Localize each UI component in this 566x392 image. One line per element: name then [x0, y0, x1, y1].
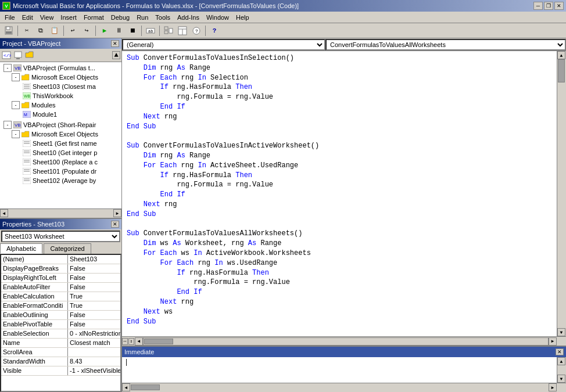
minimize-button[interactable]: ─ [533, 2, 543, 10]
prop-value-9[interactable]: Closest match [68, 339, 120, 347]
immediate-body[interactable]: | [122, 357, 557, 383]
prop-row-displayrighttoleft[interactable]: DisplayRightToLeft False [1, 274, 120, 283]
menu-debug[interactable]: Debug [108, 13, 133, 22]
prop-row-displaypagebreaks[interactable]: DisplayPageBreaks False [1, 264, 120, 274]
prop-value-0[interactable]: Sheet103 [68, 255, 120, 264]
prop-value-6[interactable]: False [68, 311, 120, 319]
prop-value-12[interactable]: -1 - xlSheetVisible [68, 366, 120, 375]
prop-row-enablepivottable[interactable]: EnablePivotTable False [1, 320, 120, 329]
tb-cut[interactable]: ✂ [20, 24, 33, 37]
close-button[interactable]: ✕ [554, 2, 564, 10]
prop-row-scrollarea[interactable]: ScrollArea [1, 348, 120, 357]
prop-row-enableautofilter[interactable]: EnableAutoFilter False [1, 283, 120, 292]
prop-value-11[interactable]: 8.43 [68, 357, 120, 366]
menu-edit[interactable]: Edit [19, 13, 37, 22]
menu-addins[interactable]: Add-Ins [174, 13, 203, 22]
tb-design[interactable]: ab [144, 24, 157, 37]
tree-thisworkbook[interactable]: WB ThisWorkbook [1, 91, 120, 100]
procedure-dropdown[interactable]: ConvertFormulasToValuesAllWorksheets [325, 39, 566, 51]
tree-modules[interactable]: - Modules [1, 100, 120, 110]
tree-module1[interactable]: M Module1 [1, 110, 120, 119]
vscroll-up[interactable]: ▲ [557, 51, 565, 59]
tb-paste[interactable]: 📋 [48, 24, 61, 37]
project-hscroll[interactable]: ◄ ► [0, 208, 121, 218]
prop-value-2[interactable]: False [68, 274, 120, 282]
menu-format[interactable]: Format [80, 13, 108, 22]
tree-vbaproject-main[interactable]: - VB VBAProject (Formulas t... [1, 63, 120, 73]
prop-row-visible[interactable]: Visible -1 - xlSheetVisible [1, 366, 120, 376]
immediate-close[interactable]: ✕ [556, 348, 564, 355]
prop-value-10[interactable] [68, 348, 120, 357]
split-h-btn[interactable]: ⇕ [128, 338, 134, 345]
tree-sheet103[interactable]: Sheet103 (Closest ma [1, 82, 120, 91]
view-object-btn[interactable] [13, 50, 23, 60]
tree-sheet102[interactable]: Sheet102 (Average by [1, 176, 120, 185]
tree-sheet101[interactable]: Sheet101 (Populate dr [1, 167, 120, 176]
hscroll-left[interactable]: ◄ [0, 209, 8, 217]
vscroll-down[interactable]: ▼ [557, 328, 565, 336]
expand-excel-objects[interactable]: - [12, 73, 20, 81]
properties-close[interactable]: ✕ [111, 221, 119, 228]
menu-tools[interactable]: Tools [152, 13, 174, 22]
prop-value-3[interactable]: False [68, 283, 120, 292]
general-dropdown[interactable]: (General) [122, 39, 325, 51]
vscroll-thumb[interactable] [558, 59, 565, 82]
expand-vbaproject[interactable]: - [3, 64, 12, 72]
project-scroll-up[interactable]: ▲ [112, 51, 120, 59]
prop-row-enableselection[interactable]: EnableSelection 0 - xlNoRestrictions [1, 329, 120, 339]
tree-sheet10[interactable]: Sheet10 (Get integer p [1, 148, 120, 157]
immediate-vscroll[interactable]: ▲ ▼ [557, 357, 566, 383]
prop-row-enableformatconditi[interactable]: EnableFormatConditi True [1, 301, 120, 311]
expand-modules[interactable]: - [12, 101, 20, 109]
tb-break[interactable]: ⏸ [112, 24, 125, 37]
expand-short[interactable]: - [3, 121, 12, 129]
menu-insert[interactable]: Insert [57, 13, 80, 22]
tb-save[interactable] [2, 24, 15, 37]
menu-view[interactable]: View [37, 13, 58, 22]
tree-excel-objects-2[interactable]: - Microsoft Excel Objects [1, 130, 120, 139]
tree-sheet1[interactable]: Sheet1 (Get first name [1, 139, 120, 148]
tree-vbaproject-short[interactable]: - VB VBAProject (Short-Repair [1, 120, 120, 130]
prop-value-7[interactable]: False [68, 320, 120, 329]
code-vscroll[interactable]: ▲ ▼ [557, 51, 566, 336]
prop-value-1[interactable]: False [68, 264, 120, 273]
tab-alphabetic[interactable]: Alphabetic [0, 243, 42, 254]
imm-hscroll-right[interactable]: ► [549, 383, 557, 391]
hscroll-thumb-code[interactable] [144, 339, 173, 344]
prop-row-enableoutlining[interactable]: EnableOutlining False [1, 311, 120, 320]
prop-row-enablecalculation[interactable]: EnableCalculation True [1, 292, 120, 301]
imm-hscroll-left[interactable]: ◄ [122, 383, 130, 391]
tab-categorized[interactable]: Categorized [44, 243, 91, 254]
menu-file[interactable]: File [1, 13, 19, 22]
tb-reset[interactable]: ⏹ [126, 24, 139, 37]
menu-window[interactable]: Window [203, 13, 232, 22]
hscroll-left-btn[interactable]: ◄ [135, 337, 143, 346]
title-bar-controls[interactable]: ─ ❐ ✕ [533, 2, 564, 10]
tb-properties[interactable] [176, 24, 189, 37]
imm-vscroll-down[interactable]: ▼ [557, 375, 565, 383]
expand-excel-2[interactable]: - [12, 130, 20, 138]
restore-button[interactable]: ❐ [544, 2, 553, 10]
project-tree[interactable]: - VB VBAProject (Formulas t... - Microso… [0, 62, 121, 208]
prop-row-standardwidth[interactable]: StandardWidth 8.43 [1, 357, 120, 366]
tb-objectbrowser[interactable]: ? [190, 24, 203, 37]
prop-value-8[interactable]: 0 - xlNoRestrictions [68, 329, 120, 338]
prop-value-5[interactable]: True [68, 301, 120, 310]
props-object-select[interactable]: Sheet103 Worksheet [1, 231, 120, 242]
tb-redo[interactable]: ↪ [80, 24, 93, 37]
tb-run[interactable]: ▶ [98, 24, 111, 37]
imm-vscroll-up[interactable]: ▲ [557, 357, 565, 365]
imm-hscroll-thumb[interactable] [131, 384, 160, 390]
menu-help[interactable]: Help [232, 13, 253, 22]
tree-excel-objects[interactable]: - Microsoft Excel Objects [1, 73, 120, 82]
menu-run[interactable]: Run [133, 13, 152, 22]
prop-row-name[interactable]: (Name) Sheet103 [1, 255, 120, 264]
tb-help[interactable]: ? [208, 24, 221, 37]
tb-project[interactable] [162, 24, 175, 37]
tb-copy[interactable]: ⧉ [34, 24, 47, 37]
code-editor[interactable]: Sub ConvertFormulasToValuesInSelection()… [122, 51, 557, 336]
view-code-btn[interactable]: </> [1, 50, 12, 60]
hscroll-right[interactable]: ► [113, 209, 121, 217]
hscroll-right-btn[interactable]: ► [549, 337, 557, 346]
prop-row-propname[interactable]: Name Closest match [1, 339, 120, 348]
